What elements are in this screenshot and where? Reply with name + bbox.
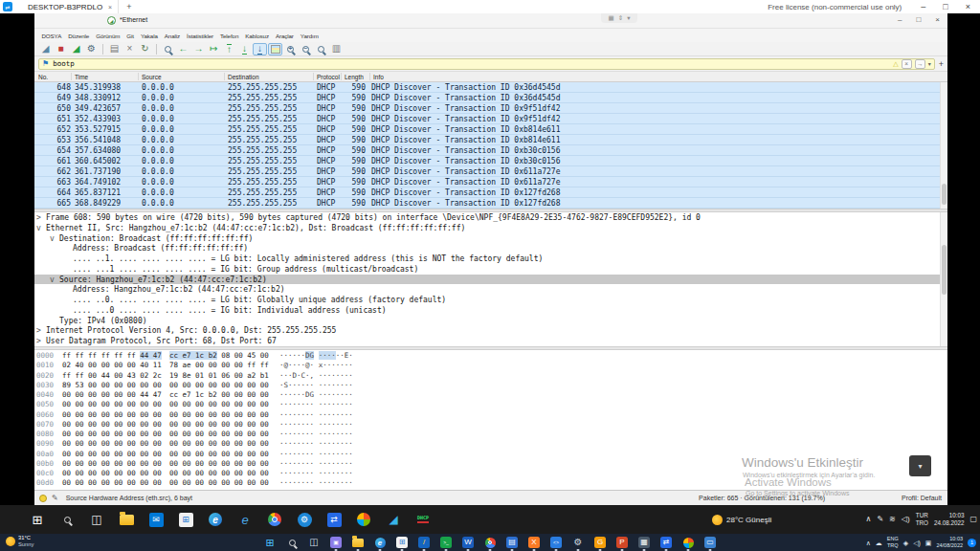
filter-clear-icon[interactable]: × <box>902 59 912 69</box>
wireshark-titlebar[interactable]: ◢ *Ethernet – □ × <box>34 13 947 29</box>
zoom-out-icon[interactable]: − <box>299 43 313 55</box>
hex-row[interactable]: 0000ff ff ff ff ff ff 44 47 cc e7 1c b2 … <box>34 350 947 360</box>
details-scrollbar[interactable] <box>940 212 947 346</box>
zoom-100-icon[interactable] <box>314 43 328 55</box>
find-packet-icon[interactable] <box>161 43 175 55</box>
column-header-destination[interactable]: Destination <box>228 74 259 80</box>
menu-i̇statistikler[interactable]: İstatistikler <box>184 33 217 39</box>
edge-icon[interactable]: e <box>205 507 226 532</box>
hex-row[interactable]: 006000 00 00 00 00 00 00 00 00 00 00 00 … <box>34 409 947 419</box>
chat-icon[interactable]: ▣ <box>328 535 344 551</box>
tray-chevron-icon[interactable]: ∧ <box>866 540 871 546</box>
detail-line[interactable]: > Internet Protocol Version 4, Src: 0.0.… <box>34 325 947 336</box>
maximize-button[interactable]: □ <box>916 15 921 24</box>
host-minimize-button[interactable]: – <box>921 2 925 11</box>
start-capture-icon[interactable]: ◢ <box>38 43 53 55</box>
teamviewer-icon[interactable]: ⇄ <box>658 535 674 551</box>
detail-line[interactable]: v Ethernet II, Src: Hangzhou_e7:1c:b2 (4… <box>34 223 947 233</box>
close-button[interactable]: × <box>935 15 940 24</box>
pen-icon[interactable]: ✎ <box>877 516 883 523</box>
zoom-in-icon[interactable]: + <box>283 43 298 55</box>
column-header-info[interactable]: Info <box>373 74 384 80</box>
word-icon[interactable]: W <box>460 535 476 551</box>
host-close-button[interactable]: × <box>966 2 970 11</box>
packet-list-header[interactable]: No.TimeSourceDestinationProtocolLengthIn… <box>34 71 947 82</box>
start-icon[interactable]: ⊞ <box>27 507 48 532</box>
language-indicator[interactable]: TUR TRO <box>916 512 928 527</box>
new-tab-button[interactable]: + <box>126 2 131 11</box>
expert-info-icon[interactable] <box>39 495 47 502</box>
reload-icon[interactable]: ↻ <box>138 43 152 55</box>
detail-line[interactable]: v Source: Hangzhou_e7:1c:b2 (44:47:cc:e7… <box>34 275 947 285</box>
detail-line[interactable]: > Frame 608: 590 bytes on wire (4720 bit… <box>34 212 947 223</box>
file-explorer-icon[interactable] <box>116 507 137 532</box>
open-file-icon[interactable]: ▤ <box>107 43 122 55</box>
xampp-icon[interactable]: X <box>526 535 542 551</box>
colorize-icon[interactable] <box>268 43 282 55</box>
support-diamond-icon[interactable]: ◈ <box>903 540 908 546</box>
start-icon[interactable]: ⊞ <box>262 535 278 551</box>
blue-gear-app-icon[interactable]: ⚙ <box>294 507 315 532</box>
paint-icon[interactable] <box>680 535 696 551</box>
packet-row[interactable]: 649348.330912 0.0.0.0255.255.255.255 DHC… <box>34 93 947 103</box>
capture-comment-icon[interactable]: ✎ <box>52 494 58 502</box>
column-header-no[interactable]: No. <box>38 74 48 80</box>
hex-row[interactable]: 008000 00 00 00 00 00 00 00 00 00 00 00 … <box>34 429 947 438</box>
collapse-icon[interactable]: v <box>50 276 55 284</box>
vscode-icon[interactable]: <> <box>548 535 564 551</box>
dhcp-tool-icon[interactable]: DHCP <box>412 507 434 532</box>
filter-bookmark-icon[interactable]: ⚑ <box>42 60 49 68</box>
packet-list-scrollbar[interactable] <box>940 82 947 209</box>
menu-analiz[interactable]: Analiz <box>161 33 183 39</box>
detail-line[interactable]: Address: Broadcast (ff:ff:ff:ff:ff:ff) <box>34 243 947 253</box>
packet-row[interactable]: 654357.634080 0.0.0.0255.255.255.255 DHC… <box>34 145 947 156</box>
hex-row[interactable]: 003089 53 00 00 00 00 00 00 00 00 00 00 … <box>34 380 947 389</box>
packet-row[interactable]: 663364.749102 0.0.0.0255.255.255.255 DHC… <box>34 177 947 187</box>
menu-düzenle[interactable]: Düzenle <box>65 33 93 39</box>
menu-araçlar[interactable]: Araçlar <box>272 33 297 39</box>
close-file-icon[interactable]: × <box>122 43 137 55</box>
packet-row[interactable]: 650349.423657 0.0.0.0255.255.255.255 DHC… <box>34 103 947 114</box>
detail-line[interactable]: .... ..0. .... .... .... .... = LG bit: … <box>34 295 947 305</box>
next-packet-icon[interactable]: → <box>191 43 206 55</box>
store-icon[interactable]: ⊞ <box>175 507 196 532</box>
tray-chevron-icon[interactable]: ∧ <box>866 516 872 523</box>
column-divider[interactable] <box>341 73 342 80</box>
clock[interactable]: 10:03 24/08/2022 <box>936 536 963 549</box>
packet-row[interactable]: 648345.319938 0.0.0.0255.255.255.255 DHC… <box>34 82 947 93</box>
pinwheel-app-icon[interactable] <box>353 507 374 532</box>
filter-apply-icon[interactable]: → <box>915 59 925 69</box>
previous-packet-icon[interactable]: ← <box>176 43 190 55</box>
volume-icon[interactable]: ◁) <box>902 516 910 523</box>
detail-line[interactable]: .... ...0 .... .... .... .... = IG bit: … <box>34 305 947 316</box>
chevron-down-icon[interactable]: ▾ <box>627 14 630 22</box>
task-view-icon[interactable]: ◫ <box>86 507 107 532</box>
resize-columns-icon[interactable]: ▥ <box>329 43 344 55</box>
chrome-icon[interactable] <box>482 535 498 551</box>
hex-row[interactable]: 009000 00 00 00 00 00 00 00 00 00 00 00 … <box>34 438 947 448</box>
key-app-icon[interactable]: / <box>416 535 432 551</box>
auto-scroll-icon[interactable]: ↓ <box>253 43 267 55</box>
hex-row[interactable]: 004000 00 00 00 00 00 44 47 cc e7 1c b2 … <box>34 389 947 399</box>
column-divider[interactable] <box>138 73 139 80</box>
packet-row[interactable]: 664365.837121 0.0.0.0255.255.255.255 DHC… <box>34 187 947 198</box>
host-maximize-button[interactable]: □ <box>943 2 947 11</box>
scrollbar-thumb[interactable] <box>942 184 947 205</box>
detail-line[interactable]: Type: IPv4 (0x0800) <box>34 316 947 326</box>
search-icon[interactable] <box>284 535 300 551</box>
packet-row[interactable]: 652353.527915 0.0.0.0255.255.255.255 DHC… <box>34 124 947 135</box>
teamviewer-icon[interactable]: ⇄ <box>323 507 345 532</box>
column-divider[interactable] <box>224 73 225 80</box>
packet-row[interactable]: 653356.541048 0.0.0.0255.255.255.255 DHC… <box>34 135 947 145</box>
grid-icon[interactable]: ▦ <box>609 14 614 22</box>
hex-row[interactable]: 005000 00 00 00 00 00 00 00 00 00 00 00 … <box>34 399 947 408</box>
file-explorer-icon[interactable] <box>350 535 366 551</box>
capture-options-icon[interactable]: ⚙ <box>84 43 99 55</box>
notification-badge[interactable]: 1 <box>968 539 976 547</box>
menu-yardım[interactable]: Yardım <box>297 33 322 39</box>
stop-capture-icon[interactable]: ■ <box>54 43 68 55</box>
column-header-time[interactable]: Time <box>75 74 88 80</box>
session-toolbar-grip[interactable]: ▦ ⇕ ▾ <box>601 13 637 23</box>
edge-icon[interactable]: e <box>372 535 388 551</box>
detail-line[interactable]: Address: Hangzhou_e7:1c:b2 (44:47:cc:e7:… <box>34 284 947 295</box>
